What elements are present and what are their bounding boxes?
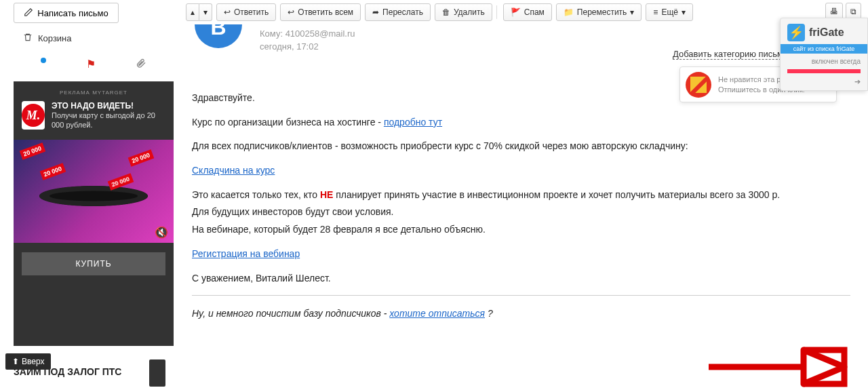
p-discount: Для всех подписчиков/клиентов - возможно… [192, 139, 850, 154]
signature: С уважением, Виталий Шелест. [192, 271, 850, 286]
avatar: В [195, 24, 242, 48]
trash-icon: 🗑 [442, 7, 450, 17]
p-course: Курс по организации бизнеса на хостинге … [192, 115, 850, 130]
p-webinar: На вебинаре, который будет 28 февраля я … [192, 222, 850, 237]
sidebar-ad[interactable]: РЕКЛАМА MYTARGET М. ЭТО НАДО ВИДЕТЬ! Пол… [14, 81, 174, 346]
p-investors: Для будущих инвесторов будут свои услови… [192, 205, 850, 220]
ad-image: 20 000 20 000 20 000 20 000 🔇 [14, 140, 174, 243]
p-ps: Ну, и немного почистим базу подписчиков … [192, 307, 850, 321]
scroll-top-button[interactable]: ⬆Вверх [5, 353, 51, 370]
triangle-up-icon: ▴ [191, 7, 195, 17]
email-to: Кому: 4100258@mail.ru [260, 28, 355, 39]
ad-subtitle: Получи карту с выгодой до 20 000 рублей. [52, 111, 165, 130]
compose-button[interactable]: Написать письмо [14, 3, 119, 23]
ad-header: РЕКЛАМА MYTARGET [14, 81, 174, 101]
more-label: Ещё [661, 7, 678, 17]
delete-label: Удалить [454, 7, 485, 17]
list-icon: ≡ [653, 7, 658, 17]
reply-icon: ↩ [224, 7, 231, 17]
chevron-down-icon: ▾ [630, 7, 634, 17]
frigate-arrow-icon: ➔ [781, 77, 867, 90]
ne-highlight: НЕ [320, 189, 333, 200]
divider [192, 295, 850, 296]
frigate-panel[interactable]: ⚡ friGate сайт из списка friGate включен… [780, 18, 868, 91]
external-icon: ⧉ [850, 7, 856, 16]
spam-icon: 🚩 [511, 7, 521, 17]
attachment-filter-icon[interactable] [136, 58, 146, 71]
reply-label: Ответить [234, 7, 269, 17]
frigate-status: включен всегда [781, 54, 867, 69]
prev-button[interactable]: ▴ [186, 3, 199, 21]
folder-trash-label: Корзина [38, 33, 72, 43]
reply-button[interactable]: ↩Ответить [216, 3, 276, 21]
compose-icon [24, 7, 33, 19]
trash-icon [23, 33, 33, 44]
email-view: В Кому: 4100258@mail.ru сегодня, 17:02 Д… [186, 24, 856, 390]
reply-all-label: Ответить всем [298, 7, 353, 17]
email-body: Здравствуйте. Курс по организации бизнес… [192, 91, 850, 331]
link-skladchina[interactable]: Складчина на курс [192, 165, 275, 176]
ad-title: ЭТО НАДО ВИДЕТЬ! [52, 101, 165, 111]
bottom-ad-image [149, 359, 165, 387]
link-webinar[interactable]: Регистрация на вебинар [192, 248, 300, 259]
add-category-link[interactable]: Добавить категорию письма [673, 49, 788, 60]
delete-button[interactable]: 🗑Удалить [435, 3, 492, 21]
email-date: сегодня, 17:02 [260, 41, 355, 52]
ad-logo: М. [22, 101, 45, 130]
link-unsubscribe-body[interactable]: хотите отписаться [389, 308, 485, 319]
frigate-logo-icon: ⚡ [787, 24, 805, 41]
frigate-sublabel: сайт из списка friGate [781, 44, 867, 54]
forward-icon: ➦ [372, 7, 379, 17]
move-label: Переместить [577, 7, 627, 17]
frigate-name: friGate [809, 26, 844, 39]
ad-buy-button[interactable]: КУПИТЬ [22, 252, 165, 275]
link-details[interactable]: подробно тут [384, 117, 442, 128]
mute-icon[interactable]: 🔇 [155, 226, 168, 239]
more-button[interactable]: ≡Ещё▾ [646, 3, 693, 21]
p-condition: Это касается только тех, кто НЕ планируе… [192, 188, 850, 203]
folder-icon: 📁 [564, 7, 574, 17]
frigate-bar [787, 69, 861, 73]
unread-filter-icon[interactable] [41, 58, 46, 63]
flagged-filter-icon[interactable]: ⚑ [86, 58, 96, 71]
annotation-arrow [702, 336, 851, 390]
reply-all-icon: ↩ [288, 7, 294, 17]
arrow-up-icon: ⬆ [12, 357, 19, 366]
print-icon: 🖶 [830, 7, 838, 16]
chevron-down-icon: ▾ [682, 7, 686, 17]
spam-label: Спам [524, 7, 545, 17]
compose-label: Написать письмо [37, 8, 108, 18]
move-button[interactable]: 📁Переместить▾ [556, 3, 642, 21]
forward-button[interactable]: ➦Переслать [365, 3, 431, 21]
spam-button[interactable]: 🚩Спам [503, 3, 552, 21]
p-greeting: Здравствуйте. [192, 91, 850, 106]
reply-all-button[interactable]: ↩Ответить всем [280, 3, 361, 21]
triangle-down-icon: ▾ [203, 7, 208, 17]
folder-trash[interactable]: Корзина [14, 28, 174, 48]
forward-label: Переслать [382, 7, 423, 17]
next-button[interactable]: ▾ [199, 3, 212, 21]
